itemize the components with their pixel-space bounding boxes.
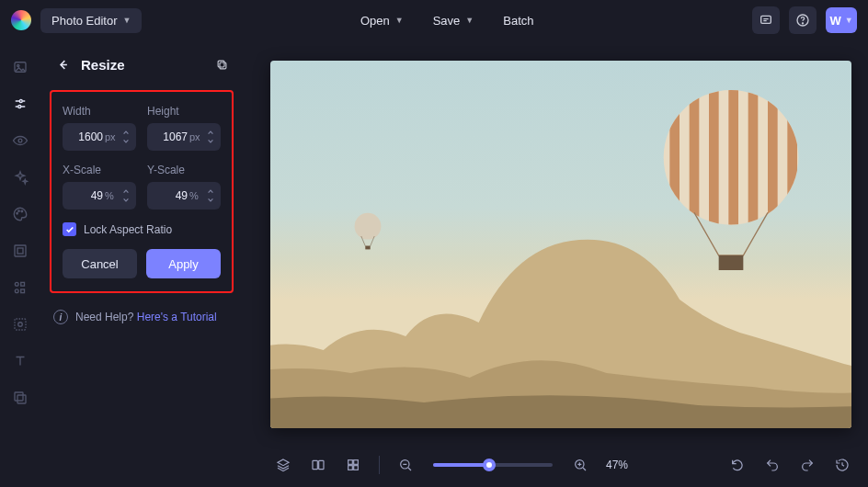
svg-rect-38 xyxy=(354,460,359,465)
rail-retouch-button[interactable] xyxy=(8,312,32,336)
sliders-icon xyxy=(12,96,29,112)
width-input[interactable] xyxy=(70,130,103,143)
sparkle-icon xyxy=(12,169,29,186)
rail-adjust-button[interactable] xyxy=(8,92,32,116)
rail-frame-button[interactable] xyxy=(8,239,32,263)
resize-card: Width px Height px xyxy=(50,90,234,293)
account-button[interactable]: W ▼ xyxy=(826,7,857,33)
open-button[interactable]: Open ▼ xyxy=(349,8,415,33)
zoom-in-icon xyxy=(573,458,588,472)
zoom-in-button[interactable] xyxy=(567,452,593,478)
palette-icon xyxy=(12,206,29,222)
chevron-up-icon xyxy=(122,187,130,195)
rail-image-button[interactable] xyxy=(8,55,32,79)
xscale-step-up[interactable] xyxy=(120,187,132,196)
batch-button[interactable]: Batch xyxy=(492,8,544,33)
frame-icon xyxy=(12,243,29,259)
rail-text-button[interactable] xyxy=(8,349,32,373)
xscale-step-down[interactable] xyxy=(120,196,132,205)
svg-point-10 xyxy=(21,210,23,212)
svg-rect-31 xyxy=(788,90,798,225)
rotate-button[interactable] xyxy=(725,452,750,478)
width-label: Width xyxy=(63,105,136,118)
apply-button[interactable]: Apply xyxy=(146,249,221,278)
rail-paint-button[interactable] xyxy=(8,202,32,226)
cancel-button[interactable]: Cancel xyxy=(63,249,137,278)
canvas-area xyxy=(243,40,868,443)
width-field: Width px xyxy=(63,105,136,151)
rotate-icon xyxy=(730,458,745,472)
balloon-large xyxy=(657,90,805,299)
xscale-field: X-Scale % xyxy=(63,164,136,210)
help-button[interactable] xyxy=(789,6,817,34)
width-input-wrap[interactable]: px xyxy=(63,123,136,151)
xscale-label: X-Scale xyxy=(63,164,136,176)
height-input-wrap[interactable]: px xyxy=(147,123,221,151)
grid-icon xyxy=(346,458,360,472)
help-tutorial-link[interactable]: Here's a Tutorial xyxy=(137,311,217,323)
undo-button[interactable] xyxy=(760,452,785,478)
feedback-button[interactable] xyxy=(752,6,780,34)
svg-rect-34 xyxy=(366,246,371,250)
chevron-down-icon xyxy=(207,138,214,145)
width-step-down[interactable] xyxy=(120,137,132,146)
svg-rect-16 xyxy=(21,289,25,293)
app-menu-button[interactable]: Photo Editor ▼ xyxy=(40,8,142,33)
app-logo xyxy=(11,10,31,30)
panel-title: Resize xyxy=(81,57,204,73)
help-line: i Need Help? Here's a Tutorial xyxy=(50,304,234,330)
chevron-up-icon xyxy=(122,129,130,136)
check-icon xyxy=(65,225,74,234)
height-step-up[interactable] xyxy=(204,128,217,137)
rail-effects-button[interactable] xyxy=(8,165,32,189)
zoom-out-icon xyxy=(398,458,413,472)
panel-back-button[interactable] xyxy=(51,53,74,75)
svg-rect-29 xyxy=(748,90,759,225)
zoom-slider-thumb[interactable] xyxy=(483,459,496,471)
yscale-step-down[interactable] xyxy=(204,196,217,205)
svg-rect-32 xyxy=(719,255,744,270)
save-button[interactable]: Save ▼ xyxy=(422,8,485,33)
yscale-input-wrap[interactable]: % xyxy=(147,182,221,210)
lock-aspect-checkbox[interactable] xyxy=(63,222,76,236)
layers-button[interactable] xyxy=(270,452,296,478)
width-step-up[interactable] xyxy=(120,128,132,137)
redo-icon xyxy=(800,458,815,472)
main-wrap: Resize Width px xyxy=(0,40,868,487)
yscale-input[interactable] xyxy=(154,189,188,202)
lock-aspect-row[interactable]: Lock Aspect Ratio xyxy=(63,222,221,236)
rail-eye-button[interactable] xyxy=(8,129,32,153)
height-step-down[interactable] xyxy=(204,137,217,146)
svg-rect-27 xyxy=(709,90,719,225)
height-input[interactable] xyxy=(154,130,188,143)
yscale-label: Y-Scale xyxy=(147,164,221,176)
redo-button[interactable] xyxy=(794,452,820,478)
history-icon xyxy=(835,458,850,472)
layers-icon xyxy=(276,458,291,472)
xscale-input-wrap[interactable]: % xyxy=(63,182,136,210)
svg-point-6 xyxy=(18,106,21,108)
panel-duplicate-button[interactable] xyxy=(211,54,232,74)
grid-button[interactable] xyxy=(340,452,366,478)
xscale-input[interactable] xyxy=(70,189,103,202)
svg-point-4 xyxy=(17,64,19,66)
zoom-label: 47% xyxy=(606,459,628,471)
rail-overlay-button[interactable] xyxy=(8,386,32,410)
svg-rect-22 xyxy=(218,61,224,67)
bottom-bar: 47% xyxy=(243,443,868,487)
history-button[interactable] xyxy=(829,452,855,478)
avatar-letter: W xyxy=(829,14,840,28)
overlay-icon xyxy=(12,390,29,406)
svg-rect-28 xyxy=(729,90,739,225)
canvas-image[interactable] xyxy=(270,61,851,428)
rail-elements-button[interactable] xyxy=(8,276,32,300)
zoom-slider[interactable] xyxy=(433,463,553,467)
height-field: Height px xyxy=(147,105,221,151)
yscale-step-up[interactable] xyxy=(204,187,217,196)
zoom-out-button[interactable] xyxy=(393,452,418,478)
chevron-down-icon: ▼ xyxy=(395,16,404,25)
compare-button[interactable] xyxy=(305,452,331,478)
svg-point-33 xyxy=(355,213,382,240)
svg-rect-17 xyxy=(15,319,26,330)
svg-rect-26 xyxy=(690,90,700,225)
